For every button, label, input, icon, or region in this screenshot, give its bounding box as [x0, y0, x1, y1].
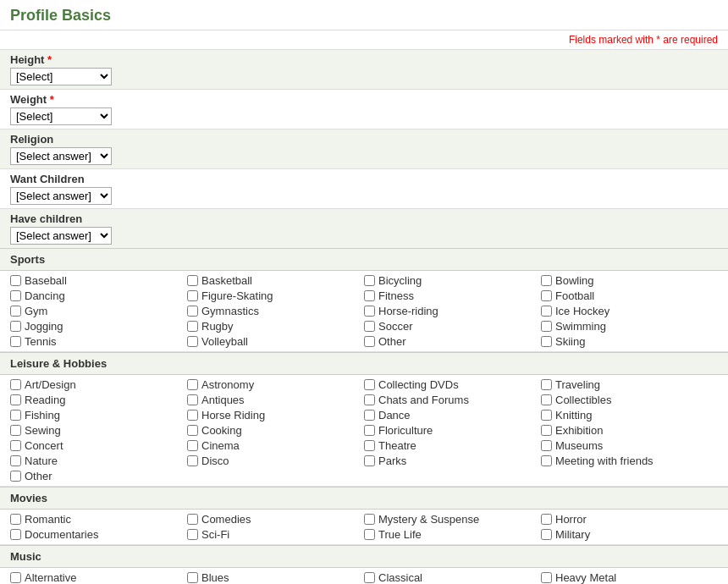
checkbox-gymnastics[interactable]	[187, 306, 198, 317]
height-label: Height *	[10, 53, 718, 66]
checkbox-blues[interactable]	[187, 572, 198, 583]
checkbox-rugby[interactable]	[187, 321, 198, 332]
checkbox-swimming[interactable]	[541, 321, 552, 332]
list-item: Dancing	[10, 289, 187, 302]
want-children-section: Want Children [Select answer]	[0, 168, 728, 208]
list-item: Mystery & Suspense	[364, 513, 541, 526]
checkbox-other[interactable]	[364, 336, 375, 347]
movies-header: Movies	[0, 487, 728, 510]
checkbox-horse-riding[interactable]	[187, 410, 198, 421]
checkbox-museums[interactable]	[541, 440, 552, 451]
list-item: Chats and Forums	[364, 394, 541, 406]
checkbox-other[interactable]	[10, 471, 21, 482]
checkbox-tennis[interactable]	[10, 336, 21, 347]
checkbox-volleyball[interactable]	[187, 336, 198, 347]
checkbox-parks[interactable]	[364, 455, 375, 466]
want-children-select[interactable]: [Select answer]	[10, 187, 112, 205]
list-item: Collecting DVDs	[364, 378, 541, 391]
list-item: Theatre	[364, 439, 541, 452]
checkbox-mystery-&-suspense[interactable]	[364, 514, 375, 525]
checkbox-fitness[interactable]	[364, 290, 375, 301]
checkbox-bowling[interactable]	[541, 275, 552, 286]
checkbox-true-life[interactable]	[364, 529, 375, 540]
list-item: Museums	[541, 439, 718, 452]
list-item: Parks	[364, 455, 541, 467]
checkbox-astronomy[interactable]	[187, 379, 198, 390]
checkbox-nature[interactable]	[10, 455, 21, 466]
checkbox-bicycling[interactable]	[364, 275, 375, 286]
checkbox-classical[interactable]	[364, 572, 375, 583]
weight-label: Weight *	[10, 93, 718, 106]
checkbox-chats-and-forums[interactable]	[364, 394, 375, 405]
list-item: Other	[364, 335, 541, 348]
checkbox-romantic[interactable]	[10, 514, 21, 525]
checkbox-soccer[interactable]	[364, 321, 375, 332]
checkbox-documentaries[interactable]	[10, 529, 21, 540]
weight-select[interactable]: [Select]	[10, 107, 112, 125]
checkbox-military[interactable]	[541, 529, 552, 540]
checkbox-baseball[interactable]	[10, 275, 21, 286]
checkbox-reading[interactable]	[10, 394, 21, 405]
checkbox-jogging[interactable]	[10, 321, 21, 332]
checkbox-disco[interactable]	[187, 455, 198, 466]
checkbox-basketball[interactable]	[187, 275, 198, 286]
leisure-header: Leisure & Hobbies	[0, 352, 728, 375]
checkbox-horror[interactable]	[541, 514, 552, 525]
list-item: Alternative	[10, 571, 187, 584]
checkbox-meeting-with-friends[interactable]	[541, 455, 552, 466]
music-header: Music	[0, 545, 728, 568]
have-children-section: Have children [Select answer]	[0, 208, 728, 248]
checkbox-collecting-dvds[interactable]	[364, 379, 375, 390]
checkbox-sewing[interactable]	[10, 425, 21, 436]
list-item: Horse-riding	[364, 305, 541, 317]
checkbox-fishing[interactable]	[10, 410, 21, 421]
checkbox-dance[interactable]	[364, 410, 375, 421]
list-item: Classical	[364, 571, 541, 584]
list-item	[187, 470, 364, 482]
checkbox-exhibition[interactable]	[541, 425, 552, 436]
checkbox-dancing[interactable]	[10, 290, 21, 301]
list-item: Other	[10, 470, 187, 482]
checkbox-theatre[interactable]	[364, 440, 375, 451]
checkbox-football[interactable]	[541, 290, 552, 301]
checkbox-traveling[interactable]	[541, 379, 552, 390]
checkbox-figure-skating[interactable]	[187, 290, 198, 301]
list-item: Rugby	[187, 320, 364, 333]
checkbox-sci-fi[interactable]	[187, 529, 198, 540]
list-item: Exhibition	[541, 424, 718, 437]
have-children-label: Have children	[10, 212, 718, 225]
list-item: Disco	[187, 455, 364, 467]
list-item: Jogging	[10, 320, 187, 333]
list-item: Horse Riding	[187, 409, 364, 421]
list-item: Floriculture	[364, 424, 541, 437]
list-item: Gymnastics	[187, 305, 364, 317]
checkbox-floriculture[interactable]	[364, 425, 375, 436]
checkbox-horse-riding[interactable]	[364, 306, 375, 317]
list-item: Fishing	[10, 409, 187, 421]
checkbox-alternative[interactable]	[10, 572, 21, 583]
have-children-select[interactable]: [Select answer]	[10, 227, 112, 245]
checkbox-concert[interactable]	[10, 440, 21, 451]
checkbox-heavy-metal[interactable]	[541, 572, 552, 583]
height-select[interactable]: [Select]	[10, 68, 112, 85]
checkbox-cinema[interactable]	[187, 440, 198, 451]
checkbox-ice-hockey[interactable]	[541, 306, 552, 317]
checkbox-antiques[interactable]	[187, 394, 198, 405]
religion-select[interactable]: [Select answer]	[10, 147, 112, 165]
checkbox-comedies[interactable]	[187, 514, 198, 525]
list-item: Reading	[10, 394, 187, 406]
list-item: Skiing	[541, 335, 718, 348]
checkbox-skiing[interactable]	[541, 336, 552, 347]
list-item: Cinema	[187, 439, 364, 452]
list-item: Military	[541, 528, 718, 541]
checkbox-art/design[interactable]	[10, 379, 21, 390]
checkbox-gym[interactable]	[10, 306, 21, 317]
checkbox-cooking[interactable]	[187, 425, 198, 436]
checkbox-knitting[interactable]	[541, 410, 552, 421]
list-item: Art/Design	[10, 378, 187, 391]
list-item: Horror	[541, 513, 718, 526]
list-item: Traveling	[541, 378, 718, 391]
checkbox-collectibles[interactable]	[541, 394, 552, 405]
religion-section: Religion [Select answer]	[0, 129, 728, 168]
list-item	[364, 470, 541, 482]
